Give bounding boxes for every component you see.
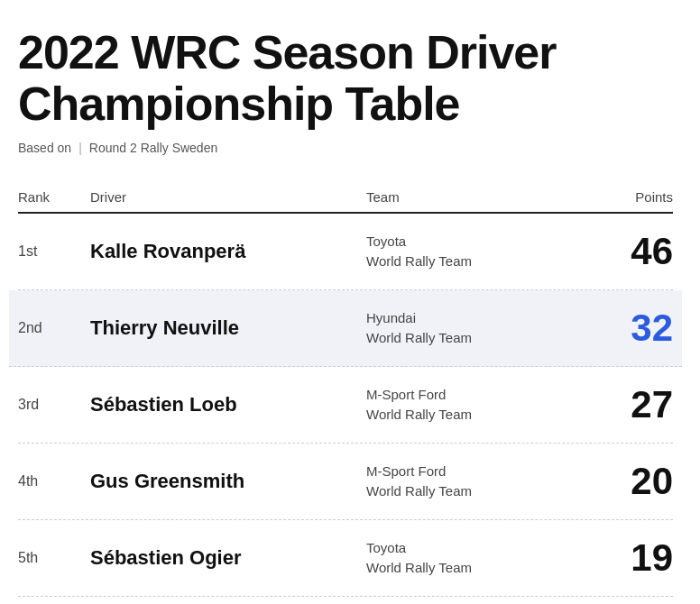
subtitle-prefix: Based on	[18, 141, 71, 155]
points-cell: 32	[583, 307, 673, 350]
driver-cell: Kalle Rovanperä	[90, 240, 366, 263]
team-cell: ToyotaWorld Rally Team	[366, 538, 583, 579]
rank-cell: 4th	[18, 473, 90, 490]
driver-cell: Thierry Neuville	[90, 316, 366, 340]
driver-cell: Gus Greensmith	[90, 470, 366, 493]
table-row: 4th Gus Greensmith M-Sport FordWorld Ral…	[18, 444, 673, 520]
col-points-header: Points	[583, 189, 673, 205]
subtitle-divider: |	[78, 141, 82, 155]
subtitle-row: Based on | Round 2 Rally Sweden	[18, 141, 673, 155]
points-cell: 20	[583, 460, 673, 503]
table-row: 5th Sébastien Ogier ToyotaWorld Rally Te…	[18, 520, 673, 597]
rank-cell: 1st	[18, 243, 90, 260]
points-cell: 19	[583, 536, 673, 580]
points-cell: 27	[583, 383, 673, 426]
table-row: 2nd Thierry Neuville HyundaiWorld Rally …	[9, 290, 682, 367]
col-rank-header: Rank	[18, 189, 90, 205]
team-cell: HyundaiWorld Rally Team	[366, 308, 583, 349]
col-team-header: Team	[366, 189, 583, 205]
driver-cell: Sébastien Ogier	[90, 546, 366, 570]
team-cell: M-Sport FordWorld Rally Team	[366, 385, 583, 426]
subtitle-round: Round 2 Rally Sweden	[89, 141, 217, 155]
team-cell: M-Sport FordWorld Rally Team	[366, 462, 583, 502]
points-cell: 46	[583, 230, 673, 273]
page-title: 2022 WRC Season Driver Championship Tabl…	[18, 27, 673, 130]
driver-cell: Sébastien Loeb	[90, 393, 366, 416]
table-row: 1st Kalle Rovanperä ToyotaWorld Rally Te…	[18, 214, 673, 290]
championship-table: Rank Driver Team Points 1st Kalle Rovanp…	[18, 182, 673, 597]
table-row: 3rd Sébastien Loeb M-Sport FordWorld Ral…	[18, 367, 673, 444]
rank-cell: 2nd	[18, 320, 90, 336]
rank-cell: 3rd	[18, 397, 90, 413]
rank-cell: 5th	[18, 550, 90, 566]
col-driver-header: Driver	[90, 189, 366, 205]
table-header: Rank Driver Team Points	[18, 182, 673, 214]
team-cell: ToyotaWorld Rally Team	[366, 232, 583, 272]
table-body: 1st Kalle Rovanperä ToyotaWorld Rally Te…	[18, 214, 673, 597]
